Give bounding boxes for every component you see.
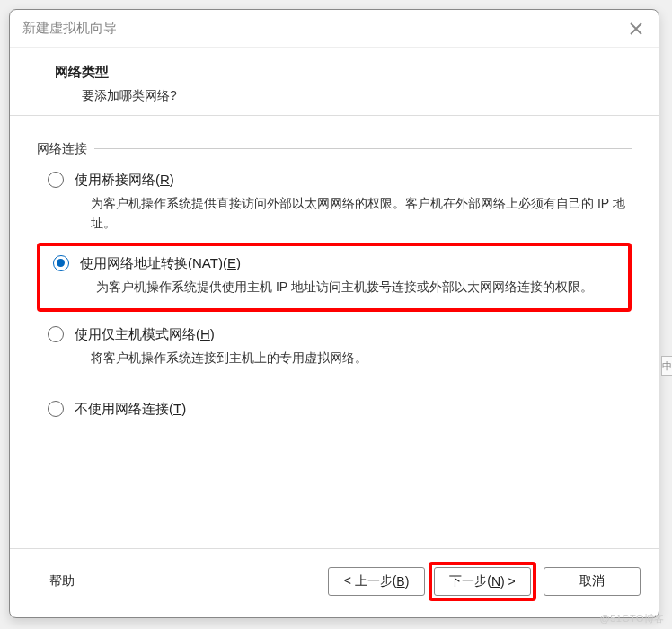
highlight-next: 下一步(N) > bbox=[429, 562, 536, 601]
label-none[interactable]: 不使用网络连接(T) bbox=[75, 401, 186, 416]
label-nat[interactable]: 使用网络地址转换(NAT)(E) bbox=[80, 255, 241, 270]
wizard-header: 网络类型 要添加哪类网络? bbox=[10, 48, 659, 116]
option-nat: 使用网络地址转换(NAT)(E) 为客户机操作系统提供使用主机 IP 地址访问主… bbox=[42, 250, 626, 303]
page-subtitle: 要添加哪类网络? bbox=[55, 88, 632, 104]
cancel-button[interactable]: 取消 bbox=[544, 567, 641, 596]
radio-bridged[interactable] bbox=[48, 172, 64, 188]
help-button[interactable]: 帮助 bbox=[28, 573, 75, 589]
content-area: 网络连接 使用桥接网络(R) 为客户机操作系统提供直接访问外部以太网网络的权限。… bbox=[10, 116, 659, 548]
network-fieldset: 网络连接 使用桥接网络(R) 为客户机操作系统提供直接访问外部以太网网络的权限。… bbox=[37, 136, 632, 421]
desc-nat: 为客户机操作系统提供使用主机 IP 地址访问主机拨号连接或外部以太网网络连接的权… bbox=[80, 273, 626, 300]
desc-bridged: 为客户机操作系统提供直接访问外部以太网网络的权限。客户机在外部网络上必须有自己的… bbox=[75, 190, 632, 236]
page-edge-stub: 中 bbox=[661, 356, 672, 376]
label-bridged[interactable]: 使用桥接网络(R) bbox=[75, 172, 174, 187]
option-none: 不使用网络连接(T) bbox=[37, 390, 632, 421]
page-title: 网络类型 bbox=[55, 64, 632, 81]
back-button[interactable]: < 上一步(B) bbox=[328, 567, 425, 596]
option-hostonly: 使用仅主机模式网络(H) 将客户机操作系统连接到主机上的专用虚拟网络。 bbox=[37, 315, 632, 374]
highlight-nat: 使用网络地址转换(NAT)(E) 为客户机操作系统提供使用主机 IP 地址访问主… bbox=[37, 243, 632, 312]
close-icon[interactable] bbox=[626, 19, 646, 39]
radio-nat[interactable] bbox=[53, 255, 69, 271]
radio-hostonly[interactable] bbox=[48, 326, 64, 342]
fieldset-legend: 网络连接 bbox=[37, 141, 94, 157]
label-hostonly[interactable]: 使用仅主机模式网络(H) bbox=[75, 326, 215, 341]
fieldset-divider bbox=[37, 148, 632, 149]
wizard-dialog: 新建虚拟机向导 网络类型 要添加哪类网络? 网络连接 使用桥接网络(R) 为客户… bbox=[9, 9, 659, 618]
titlebar: 新建虚拟机向导 bbox=[10, 10, 659, 48]
dialog-title: 新建虚拟机向导 bbox=[22, 20, 117, 37]
footer: 帮助 < 上一步(B) 下一步(N) > 取消 bbox=[10, 548, 659, 617]
radio-none[interactable] bbox=[48, 401, 64, 417]
desc-hostonly: 将客户机操作系统连接到主机上的专用虚拟网络。 bbox=[75, 344, 632, 371]
option-bridged: 使用桥接网络(R) 为客户机操作系统提供直接访问外部以太网网络的权限。客户机在外… bbox=[37, 161, 632, 239]
next-button[interactable]: 下一步(N) > bbox=[434, 567, 531, 596]
